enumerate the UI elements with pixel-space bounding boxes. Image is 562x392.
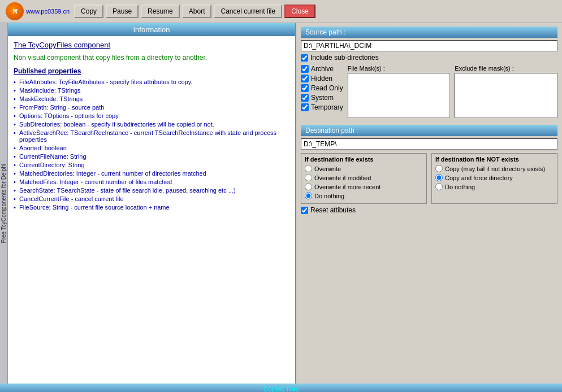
dest-exists-option-label: Overwrite if modified (314, 175, 371, 181)
dest-exists-radio-2[interactable] (305, 183, 312, 190)
dest-not-exists-option-label: Copy (may fail if not directory exists) (445, 165, 545, 172)
reset-attribs-label: Reset attibutes (310, 206, 356, 214)
dest-exists-option: Overwrite (305, 165, 423, 172)
left-panel: Information The TcyCopyFiles component N… (8, 23, 296, 384)
dest-not-exists-option: Copy (may fail if not directory exists) (435, 165, 554, 172)
copy-button[interactable]: Copy (74, 5, 103, 18)
dest-exists-option-label: Overwrite (314, 165, 341, 172)
dest-exists-radios: OverwriteOverwrite if modifiedOverwrite … (305, 165, 423, 199)
list-item: SubDirectories: boolean - specify if sub… (14, 121, 289, 128)
status-bar: Copied files (0, 384, 562, 392)
dest-exists-radio-1[interactable] (305, 174, 312, 181)
dest-not-exists-option-label: Do nothing (445, 184, 475, 190)
dest-not-exists-box: If destination file NOT exists Copy (may… (431, 153, 557, 204)
list-item: MaskInclude: TStrings (14, 87, 289, 94)
component-desc: Non visual component that copy files fro… (14, 54, 289, 62)
file-attr-section: ArchiveHiddenRead OnlySystemTemporary Fi… (301, 65, 557, 118)
reset-row: Reset attibutes (301, 206, 557, 214)
abort-button[interactable]: Abort (182, 5, 212, 18)
source-path-input[interactable] (301, 40, 557, 51)
attr-check-item: Temporary (301, 103, 343, 111)
dest-exists-option: Overwrite if more recent (305, 183, 423, 190)
info-header: Information (8, 23, 295, 36)
attr-checkbox-read-only[interactable] (301, 84, 309, 92)
list-item: CancelCurrentFile - cancel current file (14, 195, 289, 202)
list-item: FromPath: String - source path (14, 104, 289, 111)
file-mask-input[interactable] (348, 73, 451, 118)
dest-options: If destination file exists OverwriteOver… (301, 153, 557, 204)
main-container: Free TcyComponents for Delphi Informatio… (0, 23, 562, 384)
property-list: FileAttributes: TcyFileAttributes - spec… (14, 79, 289, 211)
source-label: Source path : (301, 27, 557, 38)
list-item: FileAttributes: TcyFileAttributes - spec… (14, 79, 289, 85)
dest-exists-option: Overwrite if modified (305, 174, 423, 181)
dest-not-exists-option-label: Copy and force directory (445, 175, 513, 181)
dest-not-exists-radio-1[interactable] (435, 174, 443, 181)
dest-path-input[interactable] (301, 138, 557, 150)
attr-check-item: Archive (301, 65, 343, 73)
attr-checkbox-hidden[interactable] (301, 75, 309, 82)
include-subdirs-checkbox[interactable] (301, 54, 308, 62)
dest-exists-title: If destination file exists (305, 156, 423, 163)
dest-not-exists-radio-0[interactable] (435, 165, 443, 172)
sidebar-label: Free TcyComponents for Delphi (1, 164, 7, 243)
attr-checkbox-archive[interactable] (301, 65, 309, 73)
list-item: MatchedDirectories: Integer - current nu… (14, 170, 289, 177)
attr-label: System (311, 94, 334, 102)
logo-area: 河 www.pc0359.cn (3, 2, 72, 20)
dest-exists-option: Do nothing (305, 192, 423, 199)
site-url: www.pc0359.cn (26, 8, 70, 15)
right-panel: Source path : Include sub-directories Ar… (296, 23, 562, 384)
left-sidebar: Free TcyComponents for Delphi (0, 23, 8, 384)
dest-not-exists-option: Copy and force directory (435, 174, 554, 181)
reset-attribs-checkbox[interactable] (301, 207, 308, 214)
include-subdirs-row: Include sub-directories (301, 54, 557, 62)
exclude-mask-label: Exclude file mask(s) : (455, 65, 557, 72)
logo-icon: 河 (6, 2, 24, 20)
file-mask-box: File Mask(s) : (348, 65, 451, 118)
masks-row: File Mask(s) : Exclude file mask(s) : (348, 65, 557, 118)
list-item: CurrentFileName: String (14, 153, 289, 160)
close-button[interactable]: Close (284, 5, 315, 18)
list-item: CurrentDirectory: String (14, 162, 289, 168)
dest-exists-option-label: Do nothing (314, 193, 344, 199)
list-item: Aborted: boolean (14, 145, 289, 151)
exclude-mask-box: Exclude file mask(s) : (455, 65, 557, 118)
attr-checkbox-temporary[interactable] (301, 103, 309, 111)
published-title: Published properties (14, 67, 289, 75)
dest-not-exists-radios: Copy (may fail if not directory exists)C… (435, 165, 554, 190)
attr-check-item: System (301, 94, 343, 102)
source-section: Source path : Include sub-directories Ar… (296, 23, 562, 121)
left-panel-content: The TcyCopyFiles component Non visual co… (8, 36, 295, 384)
list-item: Options: TOptions - options for copy (14, 112, 289, 119)
resume-button[interactable]: Resume (141, 5, 180, 18)
toolbar: 河 www.pc0359.cn Copy Pause Resume Abort … (0, 0, 562, 23)
cancel-file-button[interactable]: Cancel current file (214, 5, 282, 18)
attr-label: Archive (311, 65, 334, 73)
attr-check-item: Read Only (301, 84, 343, 92)
dest-not-exists-radio-2[interactable] (435, 183, 443, 190)
file-mask-label: File Mask(s) : (348, 65, 451, 72)
status-text: Copied files (263, 385, 299, 392)
exclude-mask-input[interactable] (455, 73, 557, 118)
pause-button[interactable]: Pause (106, 5, 139, 18)
dest-exists-option-label: Overwrite if more recent (314, 184, 381, 190)
list-item: SearchState: TSearchState - state of fil… (14, 187, 289, 194)
attr-label: Temporary (311, 103, 343, 111)
attr-checkbox-system[interactable] (301, 94, 309, 102)
attr-label: Read Only (311, 84, 343, 92)
list-item: ActiveSearchRec: TSearchRecInstance - cu… (14, 129, 289, 143)
attr-checkboxes: ArchiveHiddenRead OnlySystemTemporary (301, 65, 343, 118)
attr-label: Hidden (311, 75, 332, 82)
dest-exists-radio-3[interactable] (305, 192, 312, 199)
dest-label: Destination path : (301, 125, 557, 136)
dest-exists-box: If destination file exists OverwriteOver… (301, 153, 427, 204)
include-subdirs-label: Include sub-directories (310, 54, 379, 62)
dest-not-exists-option: Do nothing (435, 183, 554, 190)
dest-section: Destination path : If destination file e… (296, 121, 562, 217)
dest-not-exists-title: If destination file NOT exists (435, 156, 554, 163)
attr-check-item: Hidden (301, 75, 343, 82)
dest-exists-radio-0[interactable] (305, 165, 312, 172)
list-item: MatchedFiles: Integer - current number o… (14, 178, 289, 185)
component-title: The TcyCopyFiles component (14, 41, 289, 49)
